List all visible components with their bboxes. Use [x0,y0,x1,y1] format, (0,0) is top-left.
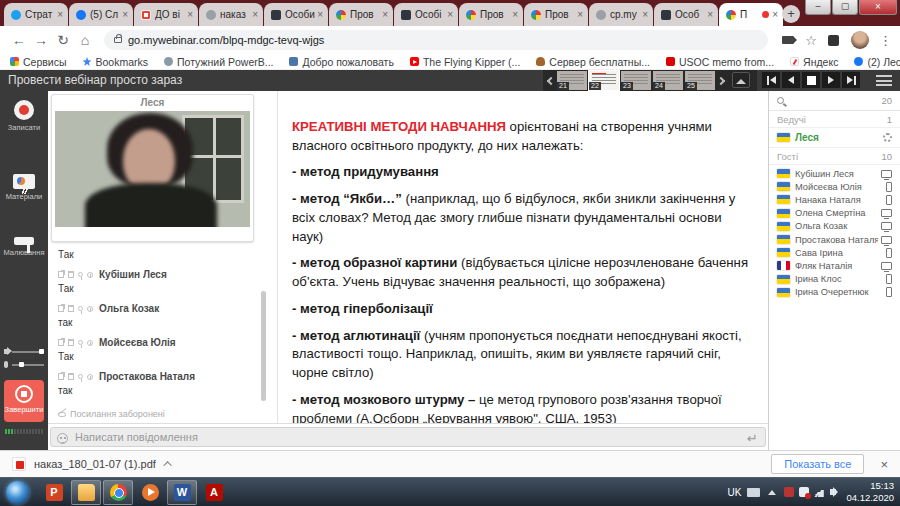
volume-icon[interactable] [830,489,836,495]
delete-message-icon[interactable] [68,339,74,346]
slide-thumbnail[interactable]: 25 [685,71,715,90]
tab-close-icon[interactable]: × [576,10,584,20]
camera-indicator-icon[interactable] [782,36,794,44]
participant-row[interactable]: Сава Ірина [769,246,900,259]
action-center-flag-icon[interactable] [799,487,809,497]
bookmark-star-icon[interactable]: ☆ [805,34,817,47]
slide-thumbnail[interactable]: 24 [653,71,683,90]
info-message-icon[interactable] [87,306,93,312]
slide-thumbnail[interactable]: 22 [589,71,619,90]
delete-message-icon[interactable] [68,373,74,380]
next-slide-button[interactable] [822,72,840,88]
taskbar-clock[interactable]: 15:13 04.12.2020 [846,480,894,505]
taskbar-media-player[interactable] [135,480,165,505]
url-omnibox[interactable]: go.mywebinar.com/blpq-mdgc-tevq-wjgs [104,30,768,50]
last-slide-button[interactable] [842,72,860,88]
speaker-volume-knob[interactable] [39,349,44,354]
browser-tab[interactable]: Особі × [394,3,458,26]
maximize-button[interactable]: ▢ [832,0,858,15]
first-slide-button[interactable] [762,72,780,88]
show-hidden-icons[interactable] [768,490,776,495]
bookmark-item[interactable]: Яндекс [790,56,838,68]
tab-close-icon[interactable]: × [316,10,324,20]
slides-next-icon[interactable] [717,76,725,84]
browser-tab[interactable]: наказ × [199,3,263,26]
participant-row[interactable]: Ольга Козак [769,220,900,233]
tab-close-icon[interactable]: × [706,10,714,20]
profile-avatar[interactable] [851,31,869,49]
speaker-volume-slider[interactable] [12,351,44,353]
tab-close-icon[interactable]: × [186,10,194,20]
tab-close-icon[interactable]: × [381,10,389,20]
forward-icon[interactable]: → [30,33,52,47]
participant-row[interactable]: Ірина Очеретнюк [769,286,900,299]
participant-row[interactable]: Нанака Наталя [769,193,900,206]
copy-message-icon[interactable] [58,305,64,312]
browser-tab[interactable]: Особи × [264,3,328,26]
taskbar-powerpoint[interactable]: P [39,480,69,505]
copy-message-icon[interactable] [58,271,64,278]
browser-tab[interactable]: Пров × [329,3,393,26]
browser-tab[interactable]: Особ × [654,3,718,26]
pin-message-icon[interactable] [78,306,83,311]
new-tab-button[interactable]: + [782,5,800,23]
finish-webinar-button[interactable]: Завершити [4,380,44,422]
tab-close-icon[interactable]: × [56,10,64,20]
send-enter-icon[interactable]: ↵ [747,431,758,446]
bookmark-item[interactable]: Bookmarks [83,56,149,68]
emoji-icon[interactable] [57,433,68,444]
keyboard-icon[interactable] [747,488,760,497]
delete-message-icon[interactable] [68,305,74,312]
tab-close-icon[interactable]: × [511,10,519,20]
gear-icon[interactable] [883,133,892,142]
participant-search[interactable]: 20 [769,91,900,111]
close-window-button[interactable]: × [859,0,897,15]
bookmark-item[interactable]: (2) Леся Гапон [854,56,900,68]
participant-row[interactable]: Ірина Клос [769,273,900,286]
tab-close-icon[interactable]: × [121,10,129,20]
language-indicator[interactable]: UK [728,487,742,498]
pin-message-icon[interactable] [78,340,83,345]
bookmark-item[interactable]: The Flying Kipper (... [410,56,520,68]
mic-volume-knob[interactable] [19,362,24,367]
reload-icon[interactable]: ↻ [52,33,74,47]
previous-slide-button[interactable] [782,72,800,88]
browser-menu-icon[interactable]: ⋮ [879,33,892,48]
browser-tab[interactable]: Пров × [459,3,523,26]
materials-button[interactable]: Матеріали [0,174,48,201]
pin-message-icon[interactable] [78,272,83,277]
bookmark-item[interactable]: Сервисы [10,56,67,68]
download-options-chevron-icon[interactable] [163,461,171,469]
bookmark-item[interactable]: Потужний PowerB... [164,56,273,68]
chat-message-input[interactable] [50,427,766,447]
browser-tab[interactable]: Пров × [524,3,588,26]
show-all-downloads-button[interactable]: Показать все [771,454,864,474]
participant-row[interactable]: Фляк Наталія [769,259,900,272]
network-signal-icon[interactable] [814,487,825,497]
tab-close-icon[interactable]: × [641,10,649,20]
taskbar-word[interactable]: W [167,480,197,505]
start-button[interactable] [6,481,29,504]
slide-thumbnail[interactable]: 23 [621,71,651,90]
stop-slideshow-button[interactable] [802,72,820,88]
participant-row[interactable]: Кубішин Леся [769,167,900,180]
bookmark-item[interactable]: Добро пожаловать [289,56,393,68]
browser-tab[interactable]: ДО ві × [134,3,198,26]
image-mode-button[interactable] [732,72,750,88]
participant-row[interactable]: Простакова Наталя [769,233,900,246]
extensions-icon[interactable] [828,35,839,46]
tab-close-icon[interactable]: × [251,10,259,20]
record-button[interactable]: Записати [0,100,48,132]
webinar-menu-icon[interactable] [876,75,892,86]
participant-row[interactable]: Олена Смертіна [769,207,900,220]
taskbar-explorer[interactable] [71,480,101,505]
taskbar-acrobat[interactable]: A [199,480,229,505]
host-row[interactable]: Леся [769,128,900,148]
browser-tab[interactable]: П × [719,3,783,26]
tab-close-icon[interactable]: × [771,10,779,20]
browser-tab[interactable]: (5) Сл × [69,3,133,26]
mic-volume-slider[interactable] [12,364,44,366]
copy-message-icon[interactable] [58,373,64,380]
slide-thumbnail[interactable]: 21 [557,71,587,90]
info-message-icon[interactable] [87,340,93,346]
